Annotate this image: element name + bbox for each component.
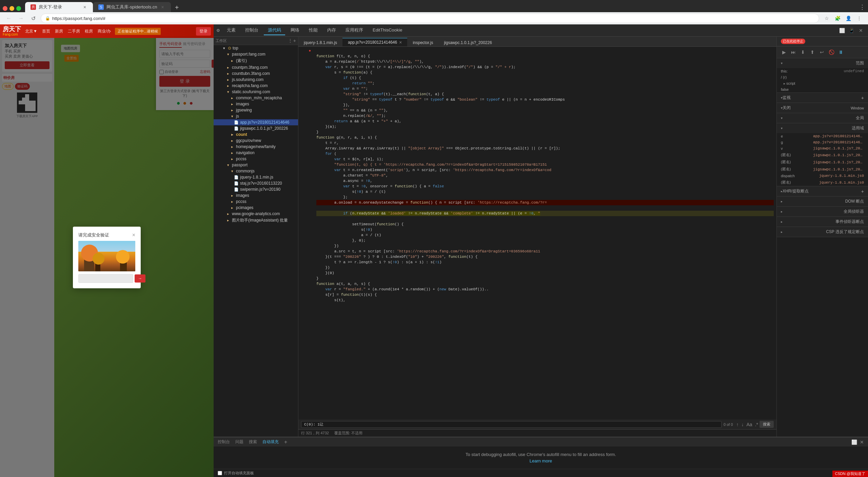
tree-index[interactable]: ▸ (索引)	[214, 57, 298, 64]
code-tab-inspector[interactable]: inspector.js	[407, 39, 438, 46]
expand-icon[interactable]: ⬜	[851, 439, 857, 445]
nav-home[interactable]: 首页	[41, 28, 52, 35]
devtools-tab-network[interactable]: 网络	[287, 26, 303, 35]
xhr-header[interactable]: ▸ XHR/提取断点 +	[777, 186, 868, 196]
tree-root[interactable]: ▾ ⊙ top	[214, 45, 298, 51]
dt-inspect-icon[interactable]: ⬜	[837, 26, 846, 35]
global-listeners-header[interactable]: ▸ 全局侦听器	[777, 207, 868, 216]
captcha-close-btn[interactable]: ×	[132, 232, 135, 238]
tree-counttubn[interactable]: ▸ counttubn.3fang.com	[214, 70, 298, 77]
dom-header[interactable]: ▸ DOM 断点	[777, 196, 868, 206]
tree-jssoufun[interactable]: ▸ js.soufunimg.com	[214, 77, 298, 83]
nav-second[interactable]: 二手房	[66, 28, 81, 35]
search-input[interactable]	[301, 421, 722, 428]
close-header[interactable]: ▾ 关闭 Window	[777, 103, 868, 113]
devtools-tab-memory[interactable]: 内存	[323, 26, 340, 35]
browser-menu-icon[interactable]: ⋮	[859, 3, 865, 11]
search-confirm-btn[interactable]: 搜索	[760, 421, 774, 428]
devtools-tab-cookie[interactable]: EditThisCookie	[369, 26, 406, 35]
nav-commercial[interactable]: 商业/办	[96, 28, 112, 35]
profile-icon[interactable]: 👤	[844, 14, 853, 23]
forward-button[interactable]: →	[16, 14, 26, 23]
pause-exceptions-btn[interactable]: ⏸	[836, 48, 845, 57]
step-over-btn[interactable]: ⏭	[789, 48, 798, 57]
applied-scope-header[interactable]: ▾ 适用域	[777, 123, 868, 133]
scope-header[interactable]: ▾ 范围	[777, 58, 868, 68]
autofill-link[interactable]: Learn more	[219, 458, 863, 463]
reload-button[interactable]: ↺	[28, 14, 38, 23]
captcha-input[interactable]	[78, 274, 133, 283]
tree-appjs[interactable]: 📄 app.js?v=20180121414646	[214, 119, 298, 125]
tree-staj[interactable]: 📄 staj.js?v=20160113220	[214, 180, 298, 186]
nav-login[interactable]: 登录	[196, 27, 211, 36]
tab-close-1[interactable]: ×	[82, 4, 87, 10]
code-tab-app[interactable]: app.js?v=20180121414646 ×	[342, 38, 407, 46]
global-header[interactable]: ▾ 全局	[777, 113, 868, 123]
bottom-tab-issues[interactable]: 问题	[235, 439, 243, 445]
window-maximize[interactable]	[16, 6, 21, 11]
tree-jgsewing[interactable]: ▸ jgsewing	[214, 107, 298, 113]
tree-count-folder[interactable]: ▸ count	[214, 131, 298, 138]
tree-passport[interactable]: ▾ passport.fang.com	[214, 51, 298, 57]
tree-pcimages[interactable]: ▸ pcimages	[214, 205, 298, 211]
event-listeners-header[interactable]: ▸ 事件侦听器断点	[777, 217, 868, 227]
devtools-tab-console[interactable]: 控制台	[241, 26, 262, 35]
tree-homepage[interactable]: ▸ homepage/new/family	[214, 144, 298, 150]
tree-recaptcha[interactable]: ▸ recaptcha.fang.com	[214, 83, 298, 89]
bottom-tab-console[interactable]: 控制台	[218, 439, 230, 445]
search-regex-btn[interactable]: .*	[754, 421, 760, 428]
nav-new[interactable]: 新房	[54, 28, 64, 35]
step-btn[interactable]: ↩	[817, 48, 826, 57]
url-bar[interactable]: 🔒 https://passport.fang.com/#	[41, 14, 819, 23]
devtools-tab-perf[interactable]: 性能	[305, 26, 322, 35]
window-minimize[interactable]	[9, 6, 14, 11]
tree-pccss-2[interactable]: ▸ pccss	[214, 199, 298, 205]
search-options-btn[interactable]: Aa	[745, 421, 754, 428]
code-tab-jquery[interactable]: jquery-1.8.1.min.js	[298, 39, 342, 46]
tree-jquery[interactable]: 📄 jquery-1.8.1.min.js	[214, 174, 298, 180]
nav-city[interactable]: 北京▼	[24, 28, 39, 35]
tree-ggcpu[interactable]: ▸ ggcpu/ov/new	[214, 138, 298, 144]
back-button[interactable]: ←	[4, 14, 14, 23]
dt-close-icon[interactable]: ✕	[856, 26, 865, 35]
search-next-btn[interactable]: ↓	[740, 421, 745, 428]
tree-navigation[interactable]: ▸ navigation	[214, 150, 298, 156]
tree-passport-folder[interactable]: ▾ passport	[214, 162, 298, 168]
resume-btn[interactable]: ▶	[780, 48, 788, 57]
code-tab-close-app[interactable]: ×	[399, 40, 402, 45]
tree-jigsawpc[interactable]: 📄 jigsawpc.1.0.1.js?_200226	[214, 125, 298, 131]
deactivate-btn[interactable]: 🚫	[827, 48, 836, 57]
code-tab-jigsawpc[interactable]: jigsawpc.1.0.1.js?_200226	[438, 39, 497, 46]
tree-common[interactable]: ▸ common_m/m_recaptcha	[214, 95, 298, 101]
tree-countpm[interactable]: ▸ countpm.3fang.com	[214, 64, 298, 70]
window-close[interactable]	[3, 6, 7, 11]
devtools-tab-elements[interactable]: 元素	[223, 26, 240, 35]
bookmarks-icon[interactable]: ☆	[822, 14, 831, 23]
new-tab-icon[interactable]: +	[293, 38, 296, 43]
tree-images-1[interactable]: ▸ images	[214, 101, 298, 107]
tab-add-button[interactable]: +	[172, 3, 182, 12]
settings-icon[interactable]: ⋮	[854, 14, 864, 23]
tree-google[interactable]: ▸ www.google-analytics.com	[214, 211, 298, 217]
tree-swiper[interactable]: 📄 swipermin.js?v=20190	[214, 186, 298, 192]
tab-spider[interactable]: S 网虫工具库-spidertools.cn ×	[93, 2, 171, 12]
tree-images-2[interactable]: ▸ images	[214, 192, 298, 199]
step-into-btn[interactable]: ⬇	[798, 48, 807, 57]
tree-static[interactable]: ▾ static.soufunimg.com	[214, 89, 298, 95]
devtools-tab-sources[interactable]: 源代码	[264, 26, 285, 35]
close-panel-icon[interactable]: ✕	[860, 439, 864, 445]
bottom-tab-search[interactable]: 搜索	[249, 439, 257, 445]
search-prev-btn[interactable]: ↑	[735, 421, 740, 428]
dt-device-icon[interactable]: 📱	[847, 26, 856, 35]
tree-js-folder[interactable]: ▾ js	[214, 113, 298, 119]
tree-imageassist[interactable]: ▸ 图片助手(ImageAssistant) 批量	[214, 217, 298, 224]
sources-menu-icon[interactable]: ⋮	[288, 38, 293, 43]
extensions-icon[interactable]: 🧩	[833, 14, 842, 23]
tab-close-2[interactable]: ×	[160, 4, 165, 10]
tree-pccss[interactable]: ▸ pccss	[214, 156, 298, 162]
xhr-add-icon[interactable]: +	[861, 189, 864, 194]
csp-header[interactable]: ▸ CSP 违反了规定断点	[777, 227, 868, 237]
devtools-tab-app[interactable]: 应用程序	[341, 26, 367, 35]
watch-header[interactable]: ▾ 监视 +	[777, 93, 868, 103]
autofill-checkbox[interactable]	[218, 471, 222, 475]
